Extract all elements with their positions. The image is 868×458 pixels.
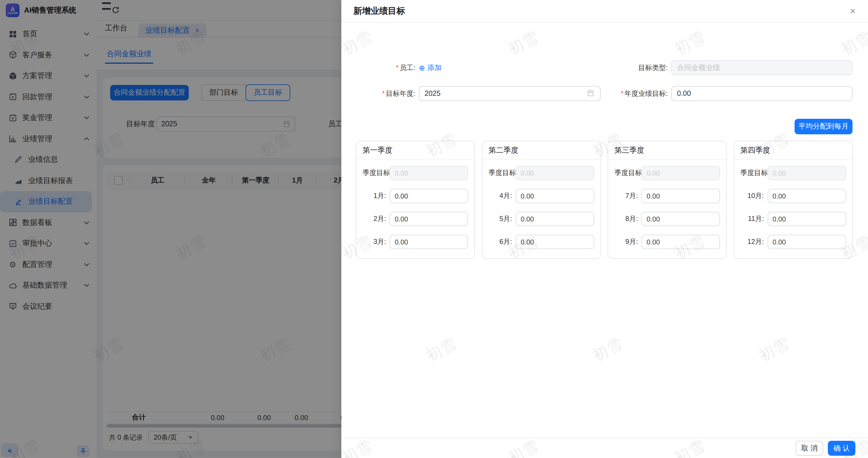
label-text: 目标类型: [638, 64, 668, 72]
month-input-jun[interactable] [516, 235, 594, 249]
circle-plus-icon: ⊕ [419, 63, 425, 72]
quarter-cards: 第一季度 季度目标 1月: 2月: [356, 141, 853, 259]
annual-target-input[interactable] [671, 86, 852, 101]
add-link-text: 添加 [427, 63, 442, 72]
label-text: 年度业绩目标: [624, 90, 668, 98]
month-input-dec[interactable] [767, 235, 846, 249]
month-label: 6月: [489, 237, 516, 247]
month-label: 11月: [740, 214, 767, 224]
quarter-card-q4: 第四季度 季度目标 10月: 11月: [734, 141, 853, 259]
quarter-card-q1: 第一季度 季度目标 1月: 2月: [356, 141, 475, 259]
month-label: 10月: [740, 191, 767, 201]
required-marker: * [382, 90, 385, 98]
quarter-title: 第四季度 [734, 141, 852, 159]
target-year-field-label: *目标年度: [341, 86, 415, 101]
required-marker: * [621, 90, 623, 98]
month-label: 3月: [363, 237, 390, 247]
month-label: 1月: [363, 191, 390, 201]
month-input-may[interactable] [516, 212, 594, 226]
quarter-target-label: 季度目标 [489, 168, 516, 178]
month-input-apr[interactable] [516, 189, 594, 203]
distribute-monthly-button[interactable]: 平均分配到每月 [795, 119, 852, 134]
month-label: 2月: [363, 214, 390, 224]
month-input-feb[interactable] [390, 212, 468, 226]
employee-field-label: *员工: [341, 60, 415, 75]
cancel-button[interactable]: 取 消 [796, 441, 823, 456]
drawer-body: *员工: ⊕添加 目标类型: *目标年度: *年度业绩目标: 平均分配到每月 第… [341, 22, 868, 438]
close-icon[interactable]: ✕ [850, 7, 856, 16]
annual-target-field-label: *年度业绩目标: [571, 86, 668, 101]
target-type-input [671, 60, 852, 75]
drawer-title: 新增业绩目标 [353, 6, 405, 17]
quarter-title: 第一季度 [356, 141, 474, 159]
quarter-target-input [516, 166, 594, 180]
app-root: A AI企业管理 AI销售管理系统 首页 客户服务 方案管理 ¥ [0, 0, 868, 458]
month-input-aug[interactable] [641, 212, 720, 226]
label-text: 员工: [400, 64, 415, 72]
month-input-sep[interactable] [641, 235, 720, 249]
month-label: 4月: [489, 191, 516, 201]
add-performance-target-drawer: 新增业绩目标 ✕ *员工: ⊕添加 目标类型: *目标年度: *年度业绩目标: … [341, 0, 868, 458]
quarter-target-input [390, 166, 468, 180]
drawer-header: 新增业绩目标 ✕ [341, 0, 868, 23]
label-text: 目标年度: [386, 90, 415, 98]
quarter-title: 第二季度 [482, 141, 600, 159]
quarter-title: 第三季度 [608, 141, 726, 159]
quarter-target-label: 季度目标 [614, 168, 641, 178]
confirm-button[interactable]: 确 认 [828, 441, 856, 456]
month-label: 9月: [614, 237, 641, 247]
month-input-jan[interactable] [390, 189, 468, 203]
month-input-mar[interactable] [390, 235, 468, 249]
required-marker: * [396, 64, 398, 72]
month-input-nov[interactable] [767, 212, 846, 226]
month-label: 7月: [614, 191, 641, 201]
target-type-field-label: 目标类型: [571, 60, 668, 75]
month-label: 12月: [740, 237, 767, 247]
quarter-card-q2: 第二季度 季度目标 4月: 5月: [482, 141, 601, 259]
month-input-oct[interactable] [767, 189, 846, 203]
month-input-jul[interactable] [641, 189, 720, 203]
quarter-card-q3: 第三季度 季度目标 7月: 8月: [608, 141, 727, 259]
quarter-target-input [767, 166, 846, 180]
month-label: 5月: [489, 214, 516, 224]
quarter-target-label: 季度目标 [363, 168, 390, 178]
quarter-target-label: 季度目标 [740, 168, 767, 178]
quarter-target-input [641, 166, 720, 180]
month-label: 8月: [614, 214, 641, 224]
drawer-footer: 取 消 确 认 [341, 438, 868, 458]
add-employee-link[interactable]: ⊕添加 [419, 60, 442, 75]
